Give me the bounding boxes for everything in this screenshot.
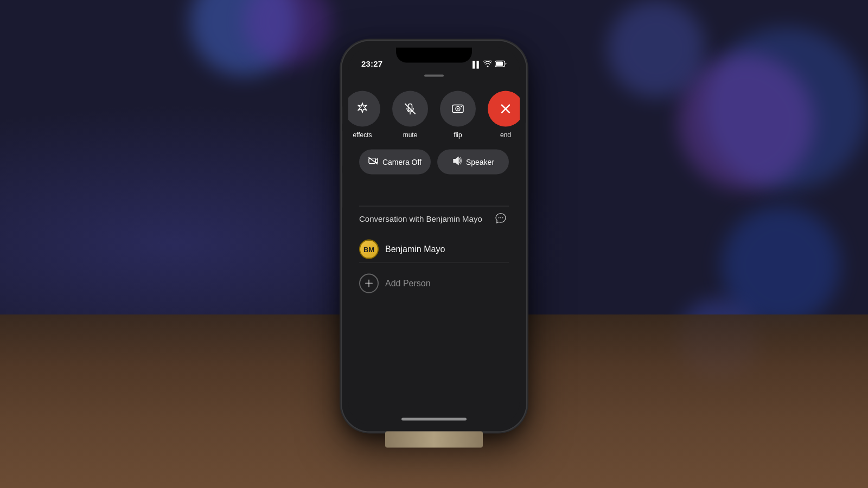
bokeh-5 [608, 0, 705, 98]
svg-line-11 [369, 158, 378, 164]
svg-point-14 [502, 217, 503, 219]
secondary-button-row: Camera Off Speaker [359, 150, 509, 175]
svg-rect-7 [461, 106, 462, 107]
add-person-label: Add Person [385, 279, 431, 288]
conversation-section: Conversation with Benjamin Mayo BM [348, 210, 520, 297]
notch [396, 48, 472, 63]
end-label: end [500, 131, 511, 139]
effects-icon-circle [348, 91, 380, 127]
signal-icon: ▌▌ [473, 61, 481, 68]
volume-down-button [342, 172, 342, 208]
battery-icon [495, 61, 507, 68]
speaker-button[interactable]: Speaker [437, 150, 509, 175]
volume-up-button [342, 131, 342, 166]
status-time: 23:27 [361, 59, 382, 68]
avatar-initials: BM [363, 245, 374, 253]
svg-rect-10 [369, 158, 375, 164]
message-icon[interactable] [493, 210, 509, 227]
phone-device: 23:27 ▌▌ [342, 41, 526, 432]
svg-point-13 [500, 217, 501, 219]
section-divider [359, 206, 509, 207]
phone-body: 23:27 ▌▌ [342, 41, 526, 432]
conversation-header: Conversation with Benjamin Mayo [359, 210, 509, 227]
contact-avatar: BM [359, 240, 379, 259]
svg-point-12 [499, 217, 500, 219]
contact-row: BM Benjamin Mayo [359, 236, 509, 263]
add-person-row[interactable]: Add Person [359, 271, 509, 297]
phone-box [385, 432, 483, 448]
conversation-title: Conversation with Benjamin Mayo [359, 214, 482, 223]
pull-indicator [424, 75, 444, 77]
flip-button[interactable]: flip [440, 91, 476, 139]
wifi-icon [483, 61, 492, 68]
mute-icon-circle [392, 91, 428, 127]
camera-off-button[interactable]: Camera Off [359, 150, 431, 175]
phone-screen: 23:27 ▌▌ [348, 48, 520, 425]
mute-label: mute [403, 131, 418, 139]
effects-button[interactable]: effects [348, 91, 380, 139]
mute-button[interactable]: mute [392, 91, 428, 139]
camera-off-icon [368, 157, 378, 167]
contact-name: Benjamin Mayo [385, 245, 445, 254]
main-button-row: effects mute [359, 91, 509, 139]
speaker-label: Speaker [466, 158, 494, 166]
svg-rect-1 [496, 62, 503, 66]
flip-icon-circle [440, 91, 476, 127]
end-call-button[interactable]: end [488, 91, 520, 139]
flip-label: flip [454, 131, 462, 139]
bokeh-4 [678, 54, 814, 190]
call-controls: effects mute [348, 82, 520, 183]
mute-switch [342, 106, 342, 125]
home-indicator[interactable] [401, 418, 467, 421]
speaker-icon [452, 157, 462, 168]
end-icon-circle [488, 91, 520, 127]
effects-label: effects [353, 131, 372, 139]
camera-off-label: Camera Off [382, 158, 422, 166]
add-person-icon [359, 274, 379, 293]
power-button [526, 123, 526, 160]
status-icons: ▌▌ [473, 61, 507, 68]
svg-point-6 [457, 108, 459, 110]
